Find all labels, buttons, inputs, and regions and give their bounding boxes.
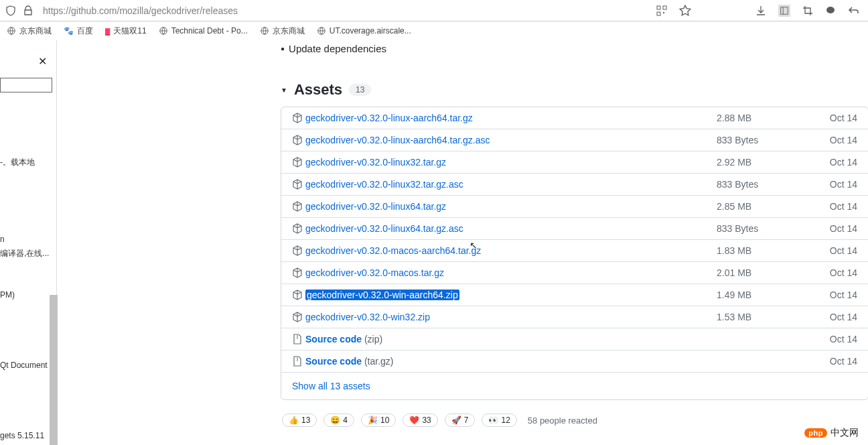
asset-size: 2.85 MB [717, 201, 824, 212]
package-icon [292, 245, 303, 256]
qr-icon[interactable] [656, 5, 667, 16]
main-content: ● Update dependencies ▼ Assets 13 geckod… [57, 40, 868, 445]
browser-address-bar [0, 0, 868, 21]
asset-size: 2.88 MB [717, 113, 824, 123]
asset-date: Oct 14 [824, 267, 857, 278]
back-arrow-icon[interactable] [848, 5, 859, 16]
watermark-text: 中文网 [830, 427, 859, 439]
asset-row: Source code (zip)Oct 14 [281, 328, 868, 351]
package-icon [292, 157, 303, 168]
globe-icon [317, 26, 326, 36]
package-icon [292, 223, 303, 234]
package-icon [292, 267, 303, 278]
reaction-pill[interactable]: 🚀7 [445, 414, 476, 427]
asset-date: Oct 14 [824, 113, 857, 123]
asset-row: geckodriver-v0.32.0-linux32.tar.gz2.92 M… [281, 151, 868, 174]
asset-size: 1.83 MB [717, 245, 824, 256]
asset-link[interactable]: geckodriver-v0.32.0-win32.zip [305, 312, 717, 322]
download-icon[interactable] [755, 5, 766, 16]
globe-icon [159, 26, 168, 36]
asset-row: geckodriver-v0.32.0-macos.tar.gz2.01 MBO… [281, 262, 868, 284]
asset-row: geckodriver-v0.32.0-linux-aarch64.tar.gz… [281, 107, 868, 129]
assets-title: Assets [294, 81, 342, 99]
package-icon [292, 290, 303, 300]
bookmark-item[interactable]: Technical Debt - Po... [159, 26, 248, 36]
crop-icon[interactable] [802, 5, 813, 16]
changelog-line: ● Update dependencies [281, 43, 868, 54]
assets-header[interactable]: ▼ Assets 13 [281, 81, 868, 99]
package-icon [292, 201, 303, 212]
asset-row: geckodriver-v0.32.0-linux64.tar.gz.asc83… [281, 218, 868, 240]
asset-size: 2.01 MB [717, 267, 824, 278]
asset-link[interactable]: geckodriver-v0.32.0-win-aarch64.zip [305, 290, 717, 300]
svg-rect-2 [657, 12, 660, 15]
package-icon [292, 312, 303, 322]
asset-link[interactable]: Source code (tar.gz) [305, 356, 717, 367]
reaction-pill[interactable]: 👍13 [282, 414, 317, 427]
asset-link[interactable]: geckodriver-v0.32.0-linux-aarch64.tar.gz… [305, 135, 717, 145]
bullet-icon: ● [281, 45, 285, 52]
svg-rect-4 [781, 7, 788, 14]
url-input[interactable] [40, 3, 650, 19]
asset-date: Oct 14 [824, 135, 857, 145]
bookmark-star-icon[interactable] [679, 5, 691, 17]
reacted-text: 58 people reacted [528, 416, 597, 426]
reaction-pill[interactable]: 👀12 [482, 414, 516, 427]
caret-down-icon: ▼ [281, 86, 287, 94]
asset-size: 1.53 MB [717, 312, 824, 322]
show-all-link[interactable]: Show all 13 assets [281, 373, 868, 399]
asset-size: 2.92 MB [717, 157, 824, 168]
asset-date: Oct 14 [824, 356, 857, 367]
sidebar-content: 载本地。- n 编译器,在线... PM) Qt Document gets 5… [0, 113, 56, 445]
chat-icon[interactable] [825, 5, 836, 16]
watermark: php 中文网 [804, 427, 859, 439]
reaction-count: 4 [343, 416, 348, 425]
asset-row: geckodriver-v0.32.0-win-aarch64.zip1.49 … [281, 284, 868, 306]
bookmark-item[interactable]: 京东商城 [260, 25, 305, 37]
svg-rect-0 [657, 6, 660, 9]
asset-link[interactable]: geckodriver-v0.32.0-linux32.tar.gz.asc [305, 179, 717, 190]
asset-link[interactable]: geckodriver-v0.32.0-macos-aarch64.tar.gz [305, 245, 717, 256]
asset-row: geckodriver-v0.32.0-linux64.tar.gz2.85 M… [281, 196, 868, 218]
asset-date: Oct 14 [824, 223, 857, 234]
reaction-pill[interactable]: 😄4 [323, 414, 354, 427]
reactions-row: 👍13😄4🎉10❤️33🚀7👀1258 people reacted [281, 414, 868, 427]
asset-row: geckodriver-v0.32.0-macos-aarch64.tar.gz… [281, 240, 868, 262]
bookmark-item[interactable]: 🐾百度 [64, 25, 93, 37]
asset-size: 833 Bytes [717, 179, 824, 190]
asset-link[interactable]: geckodriver-v0.32.0-linux64.tar.gz.asc [305, 223, 717, 234]
sidebar-toggle-icon[interactable] [778, 5, 790, 17]
reaction-emoji-icon: 👀 [488, 416, 498, 425]
bookmark-item[interactable]: 京东商城 [7, 25, 52, 37]
asset-link[interactable]: geckodriver-v0.32.0-linux-aarch64.tar.gz [305, 113, 717, 123]
reaction-count: 10 [380, 416, 389, 425]
lock-icon[interactable] [23, 5, 33, 16]
asset-row: geckodriver-v0.32.0-win32.zip1.53 MBOct … [281, 306, 868, 328]
asset-link[interactable]: geckodriver-v0.32.0-macos.tar.gz [305, 267, 717, 278]
globe-icon [7, 26, 16, 36]
shield-icon[interactable] [5, 5, 16, 16]
package-icon [292, 113, 303, 123]
reaction-emoji-icon: 🎉 [368, 416, 378, 425]
asset-date: Oct 14 [824, 201, 857, 212]
assets-count-badge: 13 [349, 84, 371, 96]
file-zip-icon [292, 334, 303, 344]
reaction-count: 7 [464, 416, 469, 425]
bookmark-item[interactable]: UT.coverage.airscale... [317, 26, 411, 36]
svg-point-6 [826, 7, 835, 13]
asset-link[interactable]: Source code (zip) [305, 334, 717, 344]
watermark-pill: php [804, 428, 827, 438]
asset-row: geckodriver-v0.32.0-linux-aarch64.tar.gz… [281, 129, 868, 151]
bookmark-item[interactable]: ▓天猫双11 [105, 25, 147, 37]
reaction-pill[interactable]: 🎉10 [361, 414, 396, 427]
sidebar-search-input[interactable] [0, 78, 52, 92]
asset-link[interactable]: geckodriver-v0.32.0-linux32.tar.gz [305, 157, 717, 168]
asset-date: Oct 14 [824, 245, 857, 256]
reaction-pill[interactable]: ❤️33 [403, 414, 437, 427]
package-icon [292, 135, 303, 145]
asset-date: Oct 14 [824, 312, 857, 322]
close-icon[interactable]: ✕ [38, 55, 47, 68]
asset-date: Oct 14 [824, 334, 857, 344]
asset-link[interactable]: geckodriver-v0.32.0-linux64.tar.gz [305, 201, 717, 212]
asset-date: Oct 14 [824, 157, 857, 168]
